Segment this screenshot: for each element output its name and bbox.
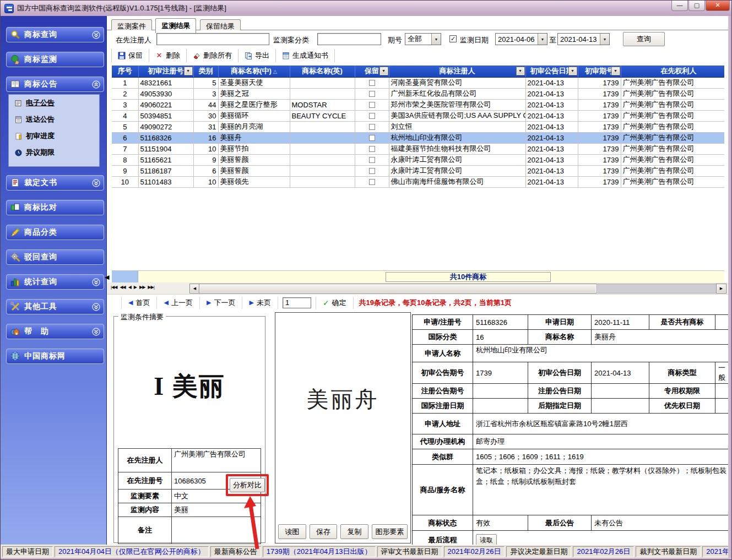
- sidebar-item-trademark-search[interactable]: 商标查询: [6, 27, 104, 42]
- sort-dropdown-icon[interactable]: ▼: [569, 67, 577, 75]
- sort-dropdown-icon[interactable]: ▼: [612, 67, 620, 75]
- keep-checkbox[interactable]: [369, 113, 375, 119]
- sort-dropdown-icon[interactable]: ▼: [380, 67, 388, 75]
- last-page-button[interactable]: ▶未页: [242, 297, 278, 309]
- sidebar-item-statistics-query[interactable]: 统计查询: [6, 274, 104, 290]
- next-page-button[interactable]: ▶下一页: [200, 297, 242, 309]
- scrollbar-track[interactable]: [596, 284, 717, 293]
- table-row[interactable]: 2490539303美丽之冠广州新禾红化妆品有限公司2021-04-131739…: [112, 88, 724, 99]
- header-keep[interactable]: 保留▼: [355, 66, 389, 77]
- keep-checkbox[interactable]: [369, 80, 375, 86]
- maximize-button[interactable]: ▢: [688, 1, 705, 11]
- sidebar-item-goods-classification[interactable]: 商品分类: [6, 225, 104, 240]
- sidebar-item-help[interactable]: 帮 助: [6, 324, 104, 339]
- submenu-item-electronic-gazette[interactable]: 电子公告: [9, 95, 99, 111]
- submenu-item-preliminary-progress[interactable]: 初审进度: [9, 128, 99, 144]
- header-name-cn[interactable]: 商标名称(中)△: [218, 66, 290, 77]
- scrollbar-thumb[interactable]: [199, 284, 596, 293]
- keep-checkbox[interactable]: [369, 157, 375, 163]
- sidebar-item-trademark-monitor[interactable]: 商标监测: [6, 52, 104, 67]
- sort-dropdown-icon[interactable]: ▼: [185, 67, 192, 75]
- case-category-input[interactable]: [317, 33, 381, 45]
- page-number-input[interactable]: [283, 297, 311, 308]
- fast-forward-icon[interactable]: ▶▶: [138, 284, 146, 291]
- keep-checkbox[interactable]: [369, 91, 375, 97]
- forward-icon[interactable]: ▶: [133, 284, 138, 291]
- header-reg-no[interactable]: 初审注册号▼: [138, 66, 193, 77]
- sidebar-item-china-trademark-web[interactable]: 中国商标网: [6, 349, 104, 364]
- table-row[interactable]: 54909027231美丽的月亮湖刘立恒2021-04-131739广州美潮广告…: [112, 121, 724, 132]
- scroll-left-icon[interactable]: ◀: [190, 284, 199, 293]
- sidebar-item-rejection-query[interactable]: 驳回查询: [6, 249, 104, 265]
- keep-button[interactable]: 保留: [111, 49, 149, 62]
- sort-dropdown-icon[interactable]: ▼: [517, 67, 524, 75]
- header-class[interactable]: 类别: [193, 66, 218, 77]
- dropdown-arrow-icon[interactable]: ▼: [600, 34, 609, 45]
- table-row[interactable]: 105110148310美丽领先佛山市南海纤億服饰有限公司2021-04-131…: [112, 176, 724, 187]
- table-row[interactable]: 9511861876美丽誓颜永康叶涛工贸有限公司2021-04-131739广州…: [112, 165, 724, 176]
- period-select[interactable]: 全部 ▼: [405, 33, 441, 45]
- splitter-collapse-icon[interactable]: ◀: [105, 274, 109, 281]
- first-page-button[interactable]: ◀首页: [121, 297, 157, 309]
- minimize-button[interactable]: —: [671, 1, 688, 11]
- back-icon[interactable]: ◀: [127, 284, 132, 291]
- scroll-right-icon[interactable]: ▶: [717, 284, 726, 293]
- horizontal-scrollbar[interactable]: ◀ ▶: [189, 284, 726, 293]
- header-pub-date[interactable]: 初审公告日期▼: [525, 66, 578, 77]
- chevron-down-icon[interactable]: [92, 328, 100, 336]
- keep-checkbox[interactable]: [369, 135, 375, 141]
- query-button[interactable]: 查询: [623, 32, 665, 46]
- table-row[interactable]: 75115190410美丽节拍福建美丽节拍生物科技有限公司2021-04-131…: [112, 143, 724, 154]
- header-name-en[interactable]: 商标名称(英): [290, 66, 355, 77]
- chevron-down-icon[interactable]: [92, 179, 100, 187]
- table-row[interactable]: 34906022144美丽之星医疗整形MODSTAR郑州市荣之美医院管理有限公司…: [112, 99, 724, 110]
- dropdown-arrow-icon[interactable]: ▼: [431, 34, 441, 45]
- keep-checkbox[interactable]: [369, 102, 375, 108]
- save-image-button[interactable]: 保存: [310, 524, 338, 539]
- submenu-item-delivery-gazette[interactable]: 送达公告: [9, 111, 99, 128]
- table-row[interactable]: 8511656219美丽誓颜永康叶涛工贸有限公司2021-04-131739广州…: [112, 154, 724, 165]
- sidebar-item-ruling-documents[interactable]: 裁定文书: [6, 175, 104, 191]
- prev-page-button[interactable]: ◀上一页: [157, 297, 199, 309]
- keep-checkbox[interactable]: [369, 179, 375, 185]
- keep-checkbox[interactable]: [369, 124, 375, 130]
- analyze-compare-button[interactable]: 分析对比: [230, 478, 265, 492]
- table-row[interactable]: 65116832616美丽舟杭州地山印业有限公司2021-04-131739广州…: [112, 132, 724, 143]
- cell-pub-date: 2021-04-13: [525, 176, 578, 187]
- submenu-item-opposition-deadline[interactable]: 异议期限: [9, 144, 99, 161]
- table-row[interactable]: 1483216615圣蔓美丽天使河南圣蔓商贸有限公司2021-04-131739…: [112, 77, 724, 88]
- export-button[interactable]: 导出: [238, 49, 276, 62]
- goto-last-icon[interactable]: ▶▶|: [147, 284, 155, 291]
- chevron-up-icon[interactable]: [92, 80, 100, 89]
- status-bar: 最大申请日期 2021年04月04日（仅限已在官网公开的商标） 最新商标公告 1…: [1, 545, 732, 558]
- goto-first-icon[interactable]: |◀◀: [110, 284, 118, 291]
- table-row[interactable]: 45039485130美丽循环BEAUTY CYCLE美国3A供应链有限公司;U…: [112, 110, 724, 121]
- header-prior[interactable]: 在先权利人: [621, 66, 724, 77]
- sidebar-item-trademark-compare[interactable]: 商标比对: [6, 200, 104, 215]
- delete-all-button[interactable]: 删除所有: [187, 49, 238, 62]
- dropdown-arrow-icon[interactable]: ▼: [538, 34, 547, 45]
- monitor-date-checkbox[interactable]: ✓: [449, 35, 457, 42]
- header-period[interactable]: 初审期号▼: [578, 66, 621, 77]
- chevron-down-icon[interactable]: [92, 278, 100, 286]
- graphic-elements-button[interactable]: 图形要素: [372, 524, 408, 539]
- header-seq[interactable]: 序号: [112, 66, 138, 77]
- confirm-page-button[interactable]: ✓确定: [316, 297, 354, 309]
- fast-back-icon[interactable]: ◀◀: [118, 284, 126, 291]
- chevron-down-icon[interactable]: [92, 31, 100, 39]
- close-button[interactable]: ✕: [706, 1, 730, 11]
- delete-button[interactable]: ✕ 删除: [149, 49, 187, 62]
- prior-registrant-input[interactable]: [156, 33, 269, 45]
- sidebar-item-other-tools[interactable]: 其他工具: [6, 299, 104, 314]
- keep-checkbox[interactable]: [369, 168, 375, 174]
- tab-monitor-results[interactable]: 监测结果: [155, 18, 196, 33]
- generate-notice-button[interactable]: 生成通知书: [276, 49, 335, 62]
- keep-checkbox[interactable]: [369, 146, 375, 152]
- read-image-button[interactable]: 读图: [278, 524, 306, 539]
- copy-image-button[interactable]: 复制: [340, 524, 368, 539]
- sidebar-item-trademark-gazette[interactable]: 商标公告: [6, 77, 104, 92]
- header-registrant[interactable]: 商标注册人▼: [389, 66, 525, 77]
- date-to-select[interactable]: 2021-04-13 ▼: [557, 33, 610, 45]
- date-from-select[interactable]: 2021-04-06 ▼: [495, 33, 547, 45]
- chevron-down-icon[interactable]: [92, 303, 100, 311]
